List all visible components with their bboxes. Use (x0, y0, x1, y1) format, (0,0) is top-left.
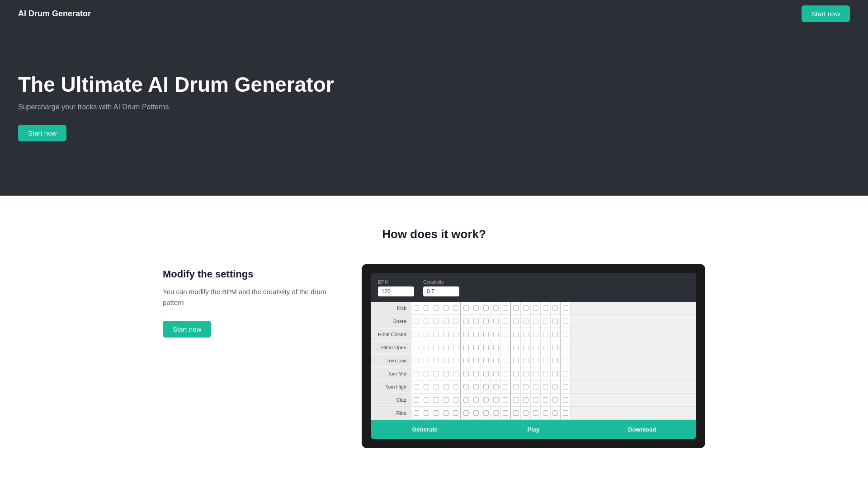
drum-step-cell[interactable] (561, 302, 571, 314)
drum-step-cell[interactable] (431, 315, 441, 328)
drum-step-cell[interactable] (531, 407, 541, 419)
drum-step-cell[interactable] (441, 328, 451, 341)
drum-step-cell[interactable] (451, 380, 461, 393)
drum-step-cell[interactable] (421, 315, 431, 328)
drum-step-cell[interactable] (531, 354, 541, 367)
drum-step-cell[interactable] (511, 302, 521, 314)
drum-step-cell[interactable] (531, 341, 541, 354)
drum-step-cell[interactable] (531, 315, 541, 328)
drum-step-cell[interactable] (451, 315, 461, 328)
drum-step-cell[interactable] (431, 354, 441, 367)
drum-step-cell[interactable] (461, 407, 471, 419)
drum-step-cell[interactable] (421, 367, 431, 380)
drum-step-cell[interactable] (551, 394, 561, 406)
drum-step-cell[interactable] (551, 354, 561, 367)
drum-step-cell[interactable] (551, 302, 561, 314)
drum-step-cell[interactable] (491, 341, 501, 354)
drum-step-cell[interactable] (561, 380, 571, 393)
drum-step-cell[interactable] (481, 354, 491, 367)
drum-step-cell[interactable] (451, 394, 461, 406)
drum-step-cell[interactable] (511, 407, 521, 419)
drum-step-cell[interactable] (511, 315, 521, 328)
drum-step-cell[interactable] (501, 302, 511, 314)
drum-step-cell[interactable] (421, 407, 431, 419)
drum-step-cell[interactable] (561, 394, 571, 406)
drum-step-cell[interactable] (521, 315, 531, 328)
drum-step-cell[interactable] (561, 328, 571, 341)
drum-step-cell[interactable] (431, 328, 441, 341)
drum-step-cell[interactable] (481, 367, 491, 380)
drum-step-cell[interactable] (561, 407, 571, 419)
drum-step-cell[interactable] (521, 328, 531, 341)
drum-step-cell[interactable] (491, 354, 501, 367)
hero-start-now-button[interactable]: Start now (18, 125, 66, 141)
drum-step-cell[interactable] (471, 302, 481, 314)
drum-step-cell[interactable] (551, 407, 561, 419)
generate-button[interactable]: Generate (371, 420, 479, 439)
drum-step-cell[interactable] (471, 341, 481, 354)
drum-step-cell[interactable] (481, 394, 491, 406)
drum-step-cell[interactable] (421, 354, 431, 367)
drum-step-cell[interactable] (411, 380, 421, 393)
drum-step-cell[interactable] (501, 328, 511, 341)
drum-step-cell[interactable] (471, 315, 481, 328)
drum-step-cell[interactable] (481, 341, 491, 354)
drum-step-cell[interactable] (511, 380, 521, 393)
drum-step-cell[interactable] (521, 354, 531, 367)
drum-step-cell[interactable] (491, 380, 501, 393)
drum-step-cell[interactable] (541, 328, 551, 341)
drum-step-cell[interactable] (491, 315, 501, 328)
drum-step-cell[interactable] (471, 380, 481, 393)
drum-step-cell[interactable] (431, 341, 441, 354)
drum-step-cell[interactable] (471, 367, 481, 380)
drum-step-cell[interactable] (411, 367, 421, 380)
drum-step-cell[interactable] (431, 394, 441, 406)
drum-step-cell[interactable] (421, 302, 431, 314)
drum-step-cell[interactable] (561, 354, 571, 367)
drum-step-cell[interactable] (431, 367, 441, 380)
drum-step-cell[interactable] (481, 407, 491, 419)
drum-step-cell[interactable] (501, 394, 511, 406)
drum-step-cell[interactable] (441, 394, 451, 406)
drum-step-cell[interactable] (511, 394, 521, 406)
drum-step-cell[interactable] (501, 367, 511, 380)
nav-start-now-button[interactable]: Start now (802, 5, 850, 22)
drum-step-cell[interactable] (451, 407, 461, 419)
drum-step-cell[interactable] (471, 394, 481, 406)
drum-step-cell[interactable] (491, 302, 501, 314)
drum-step-cell[interactable] (551, 380, 561, 393)
drum-step-cell[interactable] (521, 380, 531, 393)
drum-step-cell[interactable] (521, 302, 531, 314)
drum-step-cell[interactable] (551, 328, 561, 341)
drum-step-cell[interactable] (441, 407, 451, 419)
drum-step-cell[interactable] (541, 407, 551, 419)
drum-step-cell[interactable] (411, 341, 421, 354)
drum-step-cell[interactable] (451, 367, 461, 380)
drum-step-cell[interactable] (561, 315, 571, 328)
drum-step-cell[interactable] (481, 315, 491, 328)
drum-step-cell[interactable] (501, 315, 511, 328)
drum-step-cell[interactable] (461, 367, 471, 380)
drum-step-cell[interactable] (531, 328, 541, 341)
drum-step-cell[interactable] (541, 315, 551, 328)
drum-step-cell[interactable] (551, 341, 561, 354)
drum-step-cell[interactable] (481, 328, 491, 341)
drum-step-cell[interactable] (421, 380, 431, 393)
drum-step-cell[interactable] (441, 380, 451, 393)
drum-step-cell[interactable] (411, 394, 421, 406)
drum-step-cell[interactable] (431, 407, 441, 419)
drum-step-cell[interactable] (531, 367, 541, 380)
drum-step-cell[interactable] (451, 354, 461, 367)
drum-step-cell[interactable] (421, 328, 431, 341)
drum-step-cell[interactable] (411, 302, 421, 314)
drum-step-cell[interactable] (511, 367, 521, 380)
drum-step-cell[interactable] (461, 380, 471, 393)
drum-step-cell[interactable] (521, 394, 531, 406)
drum-step-cell[interactable] (551, 367, 561, 380)
drum-step-cell[interactable] (451, 302, 461, 314)
drum-step-cell[interactable] (501, 380, 511, 393)
drum-step-cell[interactable] (411, 407, 421, 419)
drum-step-cell[interactable] (511, 341, 521, 354)
creativity-input[interactable] (423, 286, 459, 296)
drum-step-cell[interactable] (541, 341, 551, 354)
